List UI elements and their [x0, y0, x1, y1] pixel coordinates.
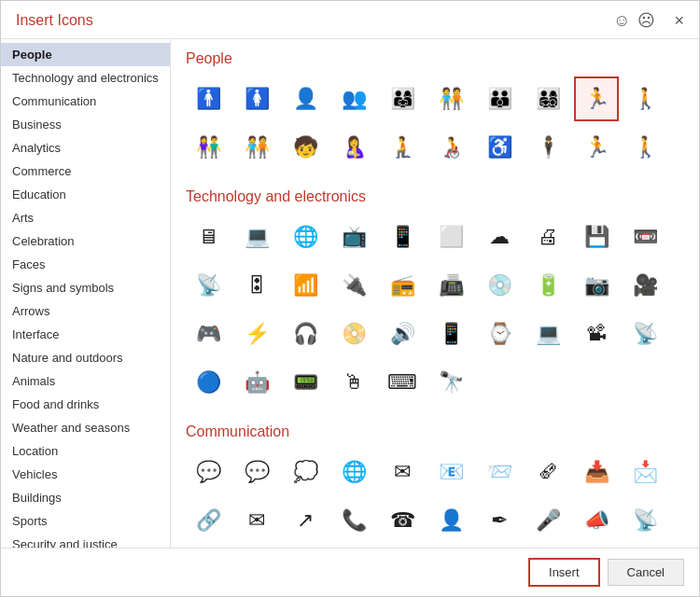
sidebar-item-security[interactable]: Security and justice	[1, 533, 170, 548]
icon-cell[interactable]: ☎	[380, 498, 425, 543]
icon-cell[interactable]: ✉	[380, 450, 425, 494]
icon-cell[interactable]: 👨‍👩‍👧‍👦	[525, 76, 570, 121]
icon-cell[interactable]: 📀	[331, 312, 376, 356]
icon-cell[interactable]: 📡	[623, 312, 667, 356]
sidebar-item-animals[interactable]: Animals	[1, 369, 170, 393]
icon-cell[interactable]: 👤	[283, 76, 328, 121]
icon-cell[interactable]: 👪	[477, 76, 522, 121]
icon-cell[interactable]: ⌚	[477, 312, 522, 356]
icon-cell[interactable]: 🏃	[574, 125, 619, 170]
sidebar-item-weather[interactable]: Weather and seasons	[1, 416, 170, 439]
icon-cell[interactable]: 📧	[428, 450, 473, 494]
icon-cell[interactable]: 📻	[380, 263, 425, 308]
sidebar-item-vehicles[interactable]: Vehicles	[1, 463, 170, 486]
icon-cell[interactable]: 🖨	[525, 215, 570, 259]
icon-cell[interactable]: 🔭	[428, 360, 473, 405]
icon-cell[interactable]: 🌐	[331, 450, 376, 494]
icon-cell[interactable]: 📷	[574, 263, 619, 308]
icon-cell[interactable]: 📋	[186, 547, 231, 548]
icon-cell[interactable]: 🧑‍🤝‍🧑	[234, 125, 279, 170]
sidebar-item-technology[interactable]: Technology and electronics	[1, 66, 170, 90]
icon-cell[interactable]: 👨‍👩‍👧	[380, 76, 425, 121]
icon-cell[interactable]: 🎧	[283, 312, 328, 356]
icons-content-area[interactable]: People🚹🚺👤👥👨‍👩‍👧🧑‍🤝‍🧑👪👨‍👩‍👧‍👦🏃🚶👫🧑‍🤝‍🧑🧒🤱🧎🧑…	[171, 39, 699, 548]
icon-cell[interactable]: 📠	[428, 263, 473, 308]
icon-cell[interactable]: ⚡	[234, 312, 279, 356]
icon-cell[interactable]: 🕴	[525, 125, 570, 170]
icon-cell[interactable]: ☁	[477, 215, 522, 259]
icon-cell[interactable]: 👫	[186, 125, 231, 170]
icon-cell[interactable]: ♿	[477, 125, 522, 170]
icon-cell[interactable]: 📡	[623, 498, 667, 543]
icon-cell[interactable]: 🧑‍🤝‍🧑	[428, 76, 473, 121]
icon-cell[interactable]: 🔌	[331, 263, 376, 308]
icon-cell[interactable]: 📟	[283, 360, 328, 405]
sidebar-item-food[interactable]: Food and drinks	[1, 393, 170, 416]
icon-cell[interactable]: 📶	[283, 263, 328, 308]
icon-cell[interactable]: 💻	[234, 215, 279, 259]
sidebar-item-sports[interactable]: Sports	[1, 509, 170, 533]
icon-cell[interactable]: 💭	[283, 450, 328, 494]
icon-cell[interactable]: 📮	[234, 547, 279, 548]
icon-cell[interactable]: 📩	[623, 450, 667, 494]
sidebar-item-nature[interactable]: Nature and outdoors	[1, 346, 170, 369]
icon-cell[interactable]: 📨	[477, 450, 522, 494]
icon-cell[interactable]: 📣	[574, 498, 619, 543]
icon-cell[interactable]: ✉	[234, 498, 279, 543]
icon-cell[interactable]: 🚶	[623, 125, 667, 170]
sidebar-item-signs[interactable]: Signs and symbols	[1, 276, 170, 299]
close-button[interactable]: ×	[674, 11, 684, 31]
sidebar-item-people[interactable]: People	[1, 43, 170, 66]
icon-cell[interactable]: 🤱	[331, 125, 376, 170]
sidebar-item-interface[interactable]: Interface	[1, 323, 170, 346]
icon-cell[interactable]: 💿	[477, 263, 522, 308]
sidebar-item-commerce[interactable]: Commerce	[1, 160, 170, 183]
icon-cell[interactable]: 🔊	[380, 312, 425, 356]
icon-cell[interactable]: 💾	[574, 215, 619, 259]
icon-cell[interactable]: 🎮	[186, 312, 231, 356]
icon-cell[interactable]: 🔗	[186, 498, 231, 543]
icon-cell[interactable]: 🚺	[234, 76, 279, 121]
icon-cell[interactable]: 👤	[428, 498, 473, 543]
icon-cell[interactable]: 📱	[380, 215, 425, 259]
icon-cell[interactable]: 📽	[574, 312, 619, 356]
icon-cell[interactable]: 💬	[234, 450, 279, 494]
icon-cell[interactable]: ⬜	[428, 215, 473, 259]
sidebar-item-communication[interactable]: Communication	[1, 90, 170, 113]
icon-cell[interactable]: 📡	[186, 263, 231, 308]
icon-cell[interactable]: 🗞	[525, 450, 570, 494]
icon-cell[interactable]: 📞	[331, 498, 376, 543]
icon-cell[interactable]: 🚶	[623, 76, 667, 121]
icon-cell[interactable]: 📱	[428, 312, 473, 356]
icon-cell[interactable]: 📥	[574, 450, 619, 494]
sidebar-item-arrows[interactable]: Arrows	[1, 299, 170, 323]
icon-cell[interactable]: 📺	[331, 215, 376, 259]
sidebar-item-education[interactable]: Education	[1, 183, 170, 206]
icon-cell[interactable]: 🏃	[574, 76, 619, 121]
icon-cell[interactable]: ↗	[283, 498, 328, 543]
frown-icon[interactable]: ☹	[637, 10, 655, 31]
icon-cell[interactable]: 🧎	[380, 125, 425, 170]
icon-cell[interactable]: 🌐	[283, 215, 328, 259]
icon-cell[interactable]: ⌨	[380, 360, 425, 405]
smile-icon[interactable]: ☺	[613, 11, 630, 31]
icon-cell[interactable]: 🖱	[331, 360, 376, 405]
sidebar-item-celebration[interactable]: Celebration	[1, 229, 170, 253]
icon-cell[interactable]: 👥	[331, 76, 376, 121]
icon-cell[interactable]: 🎥	[623, 263, 667, 308]
sidebar-item-arts[interactable]: Arts	[1, 206, 170, 229]
icon-cell[interactable]: 🚹	[186, 76, 231, 121]
icon-cell[interactable]: 🧒	[283, 125, 328, 170]
icon-cell[interactable]: 🤖	[234, 360, 279, 405]
icon-cell[interactable]: 💻	[525, 312, 570, 356]
icon-cell[interactable]: 💬	[186, 450, 231, 494]
sidebar-item-faces[interactable]: Faces	[1, 253, 170, 276]
sidebar-item-buildings[interactable]: Buildings	[1, 486, 170, 509]
insert-button[interactable]: Insert	[528, 558, 600, 587]
icon-cell[interactable]: 🎤	[525, 498, 570, 543]
sidebar-item-analytics[interactable]: Analytics	[1, 136, 170, 160]
icon-cell[interactable]: 🧑‍🦽	[428, 125, 473, 170]
icon-cell[interactable]: 🖥	[186, 215, 231, 259]
cancel-button[interactable]: Cancel	[608, 559, 684, 586]
icon-cell[interactable]: 🔵	[186, 360, 231, 405]
